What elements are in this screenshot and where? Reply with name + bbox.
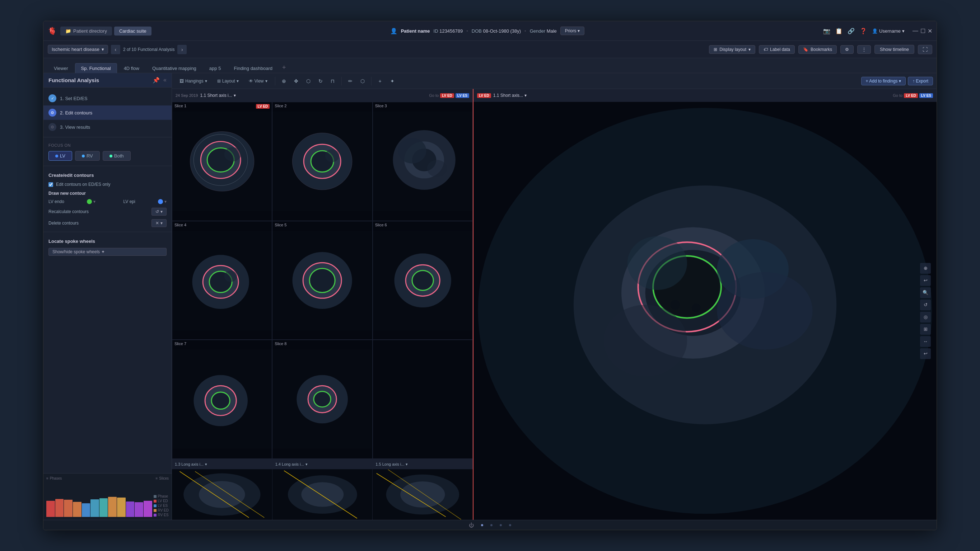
help-icon[interactable]: ❓ — [860, 28, 867, 35]
focus-rv-button[interactable]: RV — [75, 151, 100, 161]
window-controls: — ☐ ✕ — [913, 28, 932, 35]
show-hide-spoke-button[interactable]: Show/hide spoke wheels ✦ — [48, 248, 167, 256]
right-panel-large-image[interactable]: ⊕ ↩ 🔍 ↺ ◎ ⊞ ↔ ↩ — [474, 102, 937, 520]
camera-icon[interactable]: 📷 — [823, 28, 830, 35]
chevron-down-icon: ▾ — [748, 47, 751, 52]
tool-target-button[interactable]: ◎ — [920, 312, 931, 322]
edit-contours-checkbox[interactable] — [48, 182, 53, 187]
lv-epi-color-selector[interactable]: ▾ — [158, 199, 167, 204]
tool-cross[interactable]: + — [375, 76, 385, 86]
pin-icon[interactable]: 📌 — [153, 77, 160, 84]
bottom-indicator-2 — [490, 524, 493, 526]
tool-pan[interactable]: ✥ — [291, 76, 301, 86]
maximize-button[interactable]: ☐ — [920, 28, 926, 35]
documents-icon[interactable]: 📋 — [835, 28, 843, 35]
priors-button[interactable]: Priors ▾ — [560, 27, 584, 35]
view-button[interactable]: 👁 View ▾ — [245, 77, 271, 86]
recalculate-button[interactable]: ↺ ▾ — [151, 208, 167, 216]
tool-zoom[interactable]: ⬡ — [303, 76, 313, 86]
tab-viewer[interactable]: Viewer — [48, 63, 74, 73]
lv-endo-color-selector[interactable]: ▾ — [87, 199, 95, 204]
chevron-down-icon[interactable]: ▾ — [305, 462, 308, 467]
tool-undo-button[interactable]: ↩ — [920, 275, 931, 286]
tool-rotate-button[interactable]: ↺ — [920, 300, 931, 310]
phase-bar — [108, 497, 117, 517]
cardiac-suite-tab[interactable]: Cardiac suite — [114, 27, 151, 35]
delete-contours-button[interactable]: ✕ ▾ — [151, 219, 167, 227]
chevron-down-icon[interactable]: ▾ — [525, 93, 527, 98]
tool-star[interactable]: ✦ — [387, 76, 398, 86]
focus-both-button[interactable]: Both — [103, 151, 130, 161]
next-series-button[interactable]: › — [177, 45, 187, 54]
phase-bar — [82, 503, 91, 517]
tab-app5[interactable]: app 5 — [203, 63, 227, 73]
fullscreen-icon: ⛶ — [923, 47, 928, 52]
chevron-down-icon[interactable]: ▾ — [205, 462, 207, 467]
tab-finding-dashboard[interactable]: Finding dashboard — [228, 63, 278, 73]
bookmarks-button[interactable]: 🔖 Bookmarks — [799, 45, 837, 54]
la-3-image[interactable] — [372, 469, 473, 520]
tool-select[interactable]: ⊓ — [328, 76, 338, 86]
minimize-button[interactable]: — — [913, 28, 918, 35]
settings-button[interactable]: ⚙ — [840, 45, 854, 54]
chevron-down-icon[interactable]: ▾ — [406, 462, 408, 467]
step3-label: 3. View results — [60, 124, 90, 130]
lv-ed-badge[interactable]: LV ED — [440, 93, 454, 98]
svg-point-14 — [325, 149, 340, 162]
tab-sp-functional[interactable]: Sp. Functional — [75, 63, 117, 73]
close-button[interactable]: ✕ — [928, 28, 932, 35]
step-2[interactable]: ⚙ 2. Edit contours — [43, 105, 172, 120]
focus-lv-button[interactable]: LV — [48, 151, 72, 161]
tab-quantitative-mapping[interactable]: Quantitative mapping — [146, 63, 202, 73]
tool-pencil[interactable]: ✏ — [345, 76, 355, 86]
show-timeline-button[interactable]: Show timeline — [875, 45, 914, 54]
lv-es-badge[interactable]: LV ES — [455, 93, 469, 98]
more-menu-button[interactable]: ⋮ — [857, 45, 871, 54]
display-layout-button[interactable]: ⊞ Display layout ▾ — [709, 45, 755, 54]
slice-3-cell[interactable]: Slice 3 — [372, 102, 473, 221]
collapse-icon[interactable]: « — [163, 77, 167, 84]
tool-back-button[interactable]: ↩ — [920, 348, 931, 359]
step-3[interactable]: ⚙ 3. View results — [43, 120, 172, 134]
slice-7-cell[interactable]: Slice 7 — [172, 340, 272, 459]
series-dropdown-icon[interactable]: ▾ — [234, 93, 236, 98]
slice-8-cell[interactable]: Slice 8 — [272, 340, 372, 459]
slice-2-cell[interactable]: Slice 2 — [272, 102, 372, 221]
slice-6-cell[interactable]: Slice 6 — [372, 221, 473, 340]
prev-series-button[interactable]: ‹ — [111, 45, 120, 54]
power-icon[interactable]: ⏻ — [469, 522, 474, 528]
tab-4d-flow[interactable]: 4D flow — [118, 63, 145, 73]
slice-9-cell[interactable] — [372, 340, 473, 459]
tool-reset-button[interactable]: ⊕ — [920, 263, 931, 274]
slice-7-image — [172, 340, 272, 459]
full-screen-button[interactable]: ⛶ — [918, 45, 932, 54]
tool-grid-button[interactable]: ⊞ — [920, 324, 931, 335]
tool-zoom-button[interactable]: 🔍 — [920, 287, 931, 298]
title-bar: 🫀 📁 Patient directory Cardiac suite 👤 Pa… — [43, 21, 937, 41]
username-button[interactable]: 👤 Username ▾ — [872, 29, 905, 34]
hangings-button[interactable]: 🖼 Hangings ▾ — [175, 77, 211, 86]
label-data-button[interactable]: 🏷 Label data — [759, 45, 795, 54]
step-1[interactable]: ✓ 1. Set ED/ES — [43, 91, 172, 105]
tool-cursor[interactable]: ⊕ — [279, 76, 289, 86]
slices-label: ≡ Slices — [156, 476, 169, 480]
layout-button[interactable]: ⊞ Layout ▾ — [213, 77, 243, 86]
slice-1-cell[interactable]: Slice 1 LV ED — [172, 102, 272, 221]
add-tab-button[interactable]: + — [279, 64, 289, 73]
la-1-image[interactable] — [172, 469, 272, 520]
la-2-image[interactable] — [272, 469, 372, 520]
right-lv-es-badge[interactable]: LV ES — [920, 93, 933, 98]
image-grid: Slice 1 LV ED — [172, 102, 473, 459]
export-button[interactable]: ↑ Export — [908, 77, 933, 86]
slice-4-cell[interactable]: Slice 4 — [172, 221, 272, 340]
link-icon[interactable]: 🔗 — [848, 28, 855, 35]
tool-rotate[interactable]: ↻ — [315, 76, 326, 86]
tool-contour[interactable]: ⬡ — [358, 76, 368, 86]
patient-directory-tab[interactable]: 📁 Patient directory — [60, 27, 112, 35]
phase-bar — [135, 502, 143, 517]
add-to-findings-button[interactable]: + Add to findings ▾ — [861, 77, 906, 86]
slice-5-cell[interactable]: Slice 5 — [272, 221, 372, 340]
tool-arrows-button[interactable]: ↔ — [920, 336, 931, 347]
right-lv-ed-badge[interactable]: LV ED — [904, 93, 918, 98]
series-selector[interactable]: Ischemic heart disease ▾ — [48, 45, 108, 54]
